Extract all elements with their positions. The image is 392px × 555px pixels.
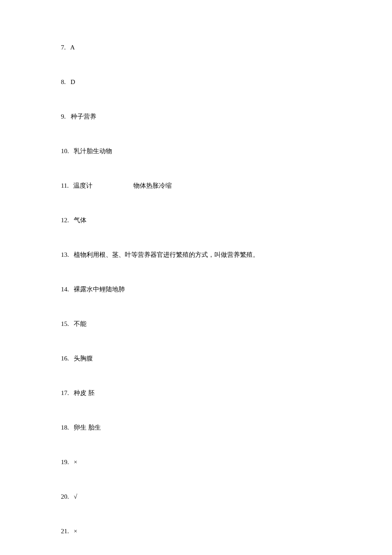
answer-number: 18. [61,424,74,431]
answer-number: 21. [61,528,74,535]
answer-text: 植物利用根、茎、叶等营养器官进行繁殖的方式，叫做营养繁殖。 [74,251,259,258]
answer-number: 19. [61,459,74,465]
answer-number: 13. [61,251,74,258]
answer-20: 20. √ [55,483,337,510]
answer-text: 裸露水中鲤陆地肺 [74,286,125,293]
answer-text-part1: 温度计 [73,182,92,189]
answer-7: 7. A [55,34,337,61]
answer-17: 17. 种皮 胚 [55,380,337,407]
answer-text-part2: 物体热胀冷缩 [133,182,172,189]
answer-number: 12. [61,217,74,224]
answer-10: 10. 乳汁胎生动物 [55,138,337,165]
answer-text: 头胸腹 [74,355,93,362]
answer-number: 9. [61,113,71,120]
answer-text: 种子营养 [71,113,96,120]
answer-number: 20. [61,493,74,500]
answer-19: 19. × [55,449,337,476]
answer-key-page: 7. A 8. D 9. 种子营养 10. 乳汁胎生动物 11. 温度计物体热胀… [0,0,392,555]
answer-8: 8. D [55,69,337,96]
answer-number: 15. [61,320,74,327]
answer-18: 18. 卵生 胎生 [55,414,337,441]
answer-number: 14. [61,286,74,293]
answer-number: 17. [61,389,74,396]
answer-9: 9. 种子营养 [55,103,337,130]
answer-13: 13. 植物利用根、茎、叶等营养器官进行繁殖的方式，叫做营养繁殖。 [55,241,337,268]
answer-text: × [74,459,77,465]
answer-text: × [74,528,77,535]
answer-number: 11. [61,182,73,189]
answer-text: √ [74,493,77,500]
answer-number: 16. [61,355,74,362]
answer-21: 21. × [55,518,337,545]
answer-15: 15. 不能 [55,311,337,337]
answer-text: 乳汁胎生动物 [74,148,112,154]
answer-text: 不能 [74,320,86,327]
answer-22: 22. √ [55,552,337,555]
answer-text: 卵生 胎生 [74,424,101,431]
answer-12: 12. 气体 [55,207,337,234]
answer-number: 8. [61,78,71,85]
answer-14: 14. 裸露水中鲤陆地肺 [55,276,337,303]
answer-number: 10. [61,148,74,154]
answer-text: D [71,78,75,85]
answer-11: 11. 温度计物体热胀冷缩 [55,172,337,199]
answer-text: 种皮 胚 [74,389,95,396]
answer-text: A [70,44,75,51]
answer-16: 16. 头胸腹 [55,345,337,372]
answer-text: 气体 [74,217,86,224]
answer-number: 7. [61,44,70,51]
